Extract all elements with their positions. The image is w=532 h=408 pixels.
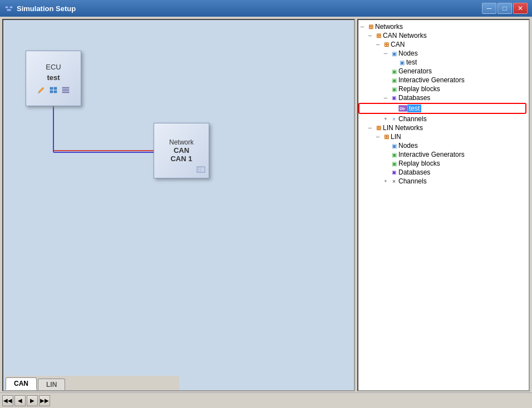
icon-generators: ▣ — [390, 67, 398, 75]
toggle-lin[interactable]: ─ — [374, 133, 382, 141]
tree-item-lin-replay[interactable]: ▣ Replay blocks — [358, 159, 529, 168]
icon-databases: ▣ — [390, 94, 398, 102]
toggle-lin-nodes — [382, 142, 390, 150]
close-button[interactable]: ✕ — [513, 3, 528, 14]
label-lin-networks: LIN Networks — [383, 124, 423, 132]
edit-icon — [36, 86, 46, 94]
ecu-label: ECU — [46, 63, 61, 71]
network-name1: CAN — [174, 146, 189, 155]
tree-panel: ─ ⊞ Networks ─ ⊞ CAN Networks ─ ⊞ CAN ─ … — [357, 19, 530, 391]
icon-lin-databases: ▣ — [390, 168, 398, 176]
icon-test-db: Db — [398, 105, 407, 112]
label-generators: Generators — [398, 67, 432, 75]
icon-nodes: ▣ — [390, 49, 398, 57]
toggle-can-networks[interactable]: ─ — [366, 32, 374, 39]
tree-item-replay[interactable]: ▣ Replay blocks — [358, 84, 529, 93]
tree-item-lin-databases[interactable]: ▣ Databases — [358, 168, 529, 177]
label-can-networks: CAN Networks — [383, 32, 427, 39]
icon-replay: ▣ — [390, 85, 398, 93]
svg-rect-9 — [54, 91, 57, 93]
app-icon — [4, 4, 13, 13]
toggle-test-node — [390, 58, 397, 66]
nav-first-button[interactable]: ◀◀ — [2, 395, 13, 406]
label-lin: LIN — [391, 133, 401, 141]
tree-item-nodes[interactable]: ─ ▣ Nodes — [358, 49, 529, 58]
tree-item-test-node[interactable]: ▣ test — [358, 58, 529, 67]
label-nodes: Nodes — [398, 49, 418, 57]
toggle-lin-networks[interactable]: ─ — [366, 124, 374, 132]
toggle-lin-databases — [382, 168, 390, 176]
svg-rect-8 — [50, 91, 53, 93]
bottom-nav: ◀◀ ◀ ▶ ▶▶ — [0, 392, 532, 408]
title-bar: Simulation Setup ─ □ ✕ — [0, 0, 532, 17]
ecu-box[interactable]: ECU test — [26, 51, 81, 106]
svg-rect-0 — [5, 6, 8, 8]
network-box[interactable]: Network CAN CAN 1 — [154, 123, 209, 178]
icon-lin: ⊞ — [382, 133, 391, 141]
svg-rect-6 — [50, 87, 53, 89]
toggle-interactive-gen — [382, 76, 390, 84]
icon-lin-interactive-gen: ▣ — [390, 151, 398, 158]
nav-next-button[interactable]: ▶ — [27, 395, 38, 406]
tree-item-lin-nodes[interactable]: ▣ Nodes — [358, 141, 529, 150]
tree-item-lin[interactable]: ─ ⊞ LIN — [358, 132, 529, 141]
toggle-can[interactable]: ─ — [374, 41, 382, 48]
tab-can[interactable]: CAN — [6, 377, 37, 390]
svg-rect-10 — [62, 87, 69, 88]
label-lin-databases: Databases — [398, 168, 430, 176]
tab-lin[interactable]: LIN — [38, 379, 65, 390]
toggle-lin-interactive-gen — [382, 151, 390, 158]
tree-item-lin-interactive-gen[interactable]: ▣ Interactive Generators — [358, 150, 529, 159]
label-lin-interactive-gen: Interactive Generators — [398, 151, 465, 158]
label-can: CAN — [391, 41, 405, 48]
minimize-button[interactable]: ─ — [482, 3, 496, 14]
label-databases: Databases — [398, 94, 430, 102]
label-test-node: test — [406, 58, 417, 66]
tree-item-can-networks[interactable]: ─ ⊞ CAN Networks — [358, 31, 529, 40]
icon-lin-replay: ▣ — [390, 160, 398, 167]
tree-item-can[interactable]: ─ ⊞ CAN — [358, 40, 529, 49]
tree-item-lin-channels[interactable]: + × Channels — [358, 177, 529, 186]
icon-test-node: ▣ — [397, 58, 406, 66]
icon-networks: ⊞ — [366, 23, 375, 31]
bottom-tabs: CAN LIN — [6, 376, 179, 390]
icon-lin-networks: ⊞ — [374, 124, 383, 132]
svg-rect-2 — [7, 9, 11, 11]
toggle-generators — [382, 67, 390, 75]
tree-item-interactive-gen[interactable]: ▣ Interactive Generators — [358, 76, 529, 84]
maximize-button[interactable]: □ — [497, 3, 512, 14]
svg-rect-1 — [9, 6, 13, 8]
label-replay: Replay blocks — [398, 85, 440, 93]
label-networks: Networks — [375, 23, 403, 31]
toggle-channels[interactable]: + — [382, 115, 390, 123]
toggle-replay — [382, 85, 390, 93]
tree-item-lin-networks[interactable]: ─ ⊞ LIN Networks — [358, 123, 529, 132]
network-name2: CAN 1 — [170, 155, 192, 163]
main-container: ECU test — [0, 17, 532, 408]
label-channels: Channels — [398, 115, 427, 123]
toggle-lin-replay — [382, 160, 390, 167]
tree-item-channels[interactable]: + × Channels — [358, 115, 529, 123]
tree-item-networks[interactable]: ─ ⊞ Networks — [358, 22, 529, 31]
svg-rect-12 — [62, 92, 69, 93]
network-label: Network — [169, 138, 194, 146]
ecu-icons — [36, 86, 71, 94]
label-test-db: test — [407, 105, 421, 112]
svg-rect-11 — [62, 89, 69, 91]
nav-prev-button[interactable]: ◀ — [14, 395, 26, 406]
toggle-databases[interactable]: ─ — [382, 94, 390, 102]
toggle-lin-channels[interactable]: + — [382, 177, 390, 185]
icon-can-networks: ⊞ — [374, 32, 383, 39]
label-lin-channels: Channels — [398, 177, 427, 185]
tree-item-databases[interactable]: ─ ▣ Databases — [358, 93, 529, 102]
tree-item-test-db-highlighted[interactable]: Db test — [358, 103, 526, 114]
toggle-networks[interactable]: ─ — [358, 23, 366, 31]
canvas-area: ECU test — [2, 19, 355, 391]
icon-channels: × — [390, 115, 398, 123]
toggle-test-db — [391, 105, 398, 112]
tree-item-generators[interactable]: ▣ Generators — [358, 67, 529, 76]
nav-last-button[interactable]: ▶▶ — [39, 395, 50, 406]
label-interactive-gen: Interactive Generators — [398, 76, 465, 84]
toggle-nodes[interactable]: ─ — [382, 49, 390, 57]
icon-interactive-gen: ▣ — [390, 76, 398, 84]
